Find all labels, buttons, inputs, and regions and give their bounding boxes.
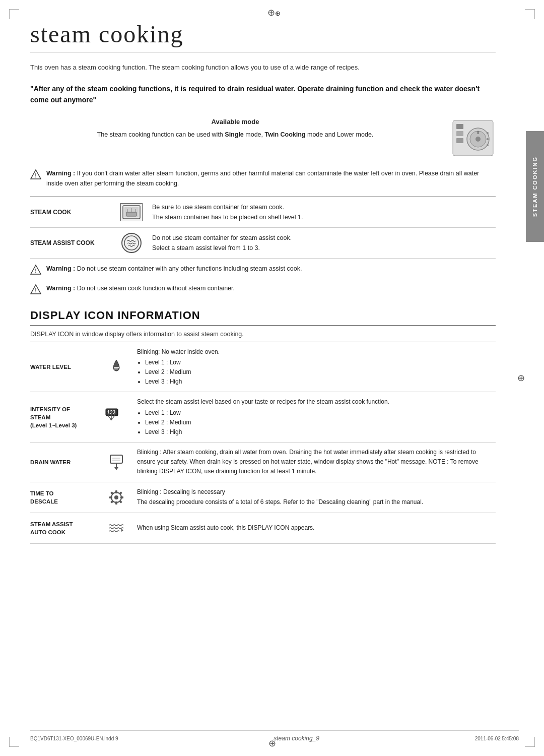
svg-point-10 [487, 144, 489, 146]
icon-row-descale: TIME TODESCALE [30, 482, 496, 513]
footer-file: BQ1VD6T131-XEO_00069U-EN.indd 9 [30, 736, 118, 741]
corner-mark-br [525, 737, 535, 747]
function-table: STEAM COOK Be sure t [30, 197, 496, 259]
bold-warning: "After any of the steam cooking function… [30, 83, 496, 106]
footer-datetime: 2011-06-02 5:45:08 [475, 736, 519, 741]
descale-label: TIME TODESCALE [30, 489, 96, 506]
icon-table: WATER LEVEL Blinking: No water inside ov… [30, 342, 496, 544]
available-mode-desc: The steam cooking function can be used w… [30, 130, 440, 140]
warning-row-2: ! Warning : Do not use steam container w… [30, 264, 496, 275]
svg-point-36 [114, 495, 118, 499]
svg-rect-39 [109, 496, 112, 498]
side-tab-label: STEAM COOKING [532, 156, 538, 217]
steam-cook-desc: Be sure to use steam container for steam… [152, 202, 496, 222]
intensity-desc: Select the steam assist level based on y… [137, 397, 496, 437]
bottom-registration-mark: ⊕ [268, 738, 276, 749]
top-registration-mark: ⊕ [267, 7, 277, 16]
svg-marker-45 [121, 529, 123, 532]
icon-row-auto-cook: STEAM ASSISTAUTO COOK When using Steam a… [30, 513, 496, 544]
available-mode-text: Available mode The steam cooking functio… [30, 118, 440, 140]
corner-mark-tl [9, 9, 19, 19]
svg-point-3 [475, 137, 481, 142]
corner-mark-tr [525, 9, 535, 19]
svg-text:!: ! [35, 287, 37, 293]
intensity-symbol: 123 [104, 407, 129, 427]
warning-row-1: ! Warning : If you don't drain water aft… [30, 168, 496, 188]
footer-page: steam cooking_9 [274, 735, 319, 742]
available-mode-title: Available mode [30, 118, 440, 125]
steam-cook-icon [119, 202, 144, 222]
auto-cook-symbol [104, 518, 129, 538]
svg-marker-32 [114, 467, 118, 470]
svg-rect-38 [115, 501, 117, 505]
svg-rect-6 [456, 131, 463, 136]
warning-text-1: Warning : If you don't drain water after… [46, 168, 496, 188]
drain-symbol [104, 452, 129, 472]
water-level-symbol [104, 357, 129, 377]
svg-point-8 [487, 132, 489, 134]
display-section-subtitle: DISPLAY ICON in window display offers in… [30, 331, 496, 338]
steam-assist-label: STEAM ASSIST COOK [30, 239, 111, 246]
water-level-desc: Blinking: No water inside oven. Level 1 … [137, 347, 496, 387]
warning-icon-1: ! [30, 169, 41, 180]
warning-icon-3: ! [30, 284, 41, 295]
descale-desc: Blinking : Descaling is necessary The de… [137, 487, 496, 507]
warning-text-3: Warning : Do not use steam cook function… [46, 283, 496, 293]
corner-mark-bl [9, 737, 19, 747]
side-tab: STEAM COOKING [526, 131, 544, 242]
svg-rect-7 [456, 138, 463, 143]
page-title: steam cooking [30, 20, 496, 52]
steam-assist-icon [119, 233, 144, 253]
svg-text:!: ! [35, 172, 37, 178]
display-section-title: DISPLAY ICON INFORMATION [30, 309, 496, 326]
svg-rect-37 [115, 490, 117, 493]
drain-desc: Blinking : After steam cooking, drain al… [137, 448, 496, 477]
warning-row-3: ! Warning : Do not use steam cook functi… [30, 283, 496, 295]
svg-rect-5 [456, 124, 463, 129]
svg-text:!: ! [35, 268, 37, 274]
steam-cook-label: STEAM COOK [30, 209, 111, 216]
svg-rect-18 [126, 212, 137, 216]
main-content: steam cooking This oven has a steam cook… [0, 0, 526, 564]
svg-point-28 [110, 418, 112, 420]
icon-row-water-level: WATER LEVEL Blinking: No water inside ov… [30, 342, 496, 393]
svg-rect-40 [120, 496, 123, 498]
dial-image [450, 118, 496, 158]
svg-point-9 [487, 138, 489, 140]
svg-rect-29 [110, 455, 122, 463]
icon-row-drain: DRAIN WATER Blinking : After steam cooki… [30, 443, 496, 482]
steam-assist-desc: Do not use steam container for steam ass… [152, 233, 496, 253]
warning-label-1: Warning : [46, 170, 75, 177]
available-mode-section: Available mode The steam cooking functio… [30, 118, 496, 158]
intro-text: This oven has a steam cooking function. … [30, 62, 496, 73]
descale-symbol [104, 487, 129, 508]
drain-label: DRAIN WATER [30, 458, 96, 466]
function-row-steam-assist: STEAM ASSIST COOK Do not use steam conta… [30, 228, 496, 259]
warning-text-2: Warning : Do not use steam container wit… [46, 264, 496, 274]
svg-point-19 [124, 236, 139, 250]
function-row-steam-cook: STEAM COOK Be sure t [30, 197, 496, 228]
water-level-label: WATER LEVEL [30, 363, 96, 371]
icon-row-intensity: INTENSITY OFSTEAM(Level 1~Level 3) 123 [30, 392, 496, 443]
intensity-label: INTENSITY OFSTEAM(Level 1~Level 3) [30, 405, 96, 429]
auto-cook-desc: When using Steam assist auto cook, this … [137, 523, 496, 533]
warning-icon-2: ! [30, 264, 41, 275]
right-registration-mark: ⊕ [517, 372, 525, 384]
auto-cook-label: STEAM ASSISTAUTO COOK [30, 520, 96, 536]
